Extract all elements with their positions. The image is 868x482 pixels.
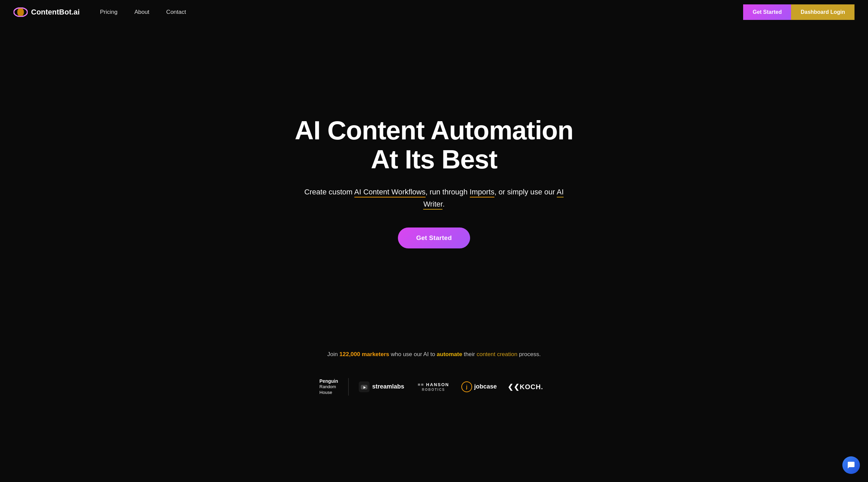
chat-icon	[847, 461, 855, 469]
nav-item-contact[interactable]: Contact	[166, 9, 186, 16]
nav-link-pricing[interactable]: Pricing	[100, 9, 117, 15]
get-started-hero-button[interactable]: Get Started	[398, 227, 470, 248]
logo-icon	[13, 7, 28, 17]
sp-highlight-content: content creation	[477, 351, 517, 357]
hanson-text: ≡≡ HANSON	[418, 382, 449, 387]
subtitle-comma1: , run through	[426, 188, 470, 196]
hero-section: AI Content Automation At Its Best Create…	[0, 0, 868, 338]
nav-right: Get Started Dashboard Login	[743, 4, 855, 20]
get-started-nav-button[interactable]: Get Started	[743, 4, 791, 20]
brand-logos: Penguin Random House streamlabs ≡≡ HANSO…	[13, 378, 855, 396]
subtitle-period: .	[442, 200, 444, 208]
jobcase-text: jobcase	[474, 383, 497, 390]
sp-highlight-marketers: 122,000 marketers	[340, 351, 389, 357]
koch-text: ❮❮KOCH.	[508, 383, 543, 391]
nav-item-about[interactable]: About	[134, 9, 149, 16]
sp-text-middle2: their	[462, 351, 477, 357]
subtitle-link-imports[interactable]: Imports	[470, 188, 494, 197]
penguin-random: Random	[320, 384, 336, 390]
social-proof-text: Join 122,000 marketers who use our AI to…	[13, 351, 855, 358]
subtitle-text-before: Create custom	[304, 188, 354, 196]
svg-point-1	[17, 8, 24, 17]
sp-text-end: process.	[517, 351, 541, 357]
brand-hanson: ≡≡ HANSON ROBOTICS	[411, 382, 456, 392]
sp-text-before: Join	[327, 351, 340, 357]
chat-button[interactable]	[842, 456, 860, 474]
brand-jobcase: j jobcase	[456, 381, 502, 392]
penguin-house: House	[320, 390, 332, 396]
jobcase-icon: j	[461, 381, 472, 392]
streamlabs-icon	[359, 381, 370, 392]
social-proof-section: Join 122,000 marketers who use our AI to…	[0, 338, 868, 416]
penguin-name: Penguin	[320, 378, 338, 384]
subtitle-link-workflows[interactable]: AI Content Workflows	[354, 188, 426, 197]
brand-koch: ❮❮KOCH.	[502, 383, 548, 391]
nav-link-about[interactable]: About	[134, 9, 149, 15]
nav-item-pricing[interactable]: Pricing	[100, 9, 117, 16]
dashboard-login-button[interactable]: Dashboard Login	[791, 4, 855, 20]
brand-penguin: Penguin Random House	[320, 378, 349, 396]
hero-title: AI Content Automation At Its Best	[282, 116, 586, 174]
logo-link[interactable]: ContentBot.ai	[13, 7, 80, 17]
sp-text-middle: who use our AI to	[389, 351, 437, 357]
subtitle-text-middle2: , or simply use our	[494, 188, 557, 196]
streamlabs-text: streamlabs	[372, 383, 404, 390]
nav-left: ContentBot.ai Pricing About Contact	[13, 7, 186, 17]
hero-subtitle: Create custom AI Content Workflows, run …	[299, 186, 569, 210]
jobcase-icon-text: j	[466, 384, 467, 390]
logo-text: ContentBot.ai	[31, 8, 80, 17]
robotics-text: ROBOTICS	[422, 388, 445, 392]
nav-links: Pricing About Contact	[100, 9, 186, 16]
nav-link-contact[interactable]: Contact	[166, 9, 186, 15]
sp-highlight-automate: automate	[437, 351, 462, 357]
brand-streamlabs: streamlabs	[352, 381, 411, 392]
navigation: ContentBot.ai Pricing About Contact Get …	[0, 0, 868, 24]
